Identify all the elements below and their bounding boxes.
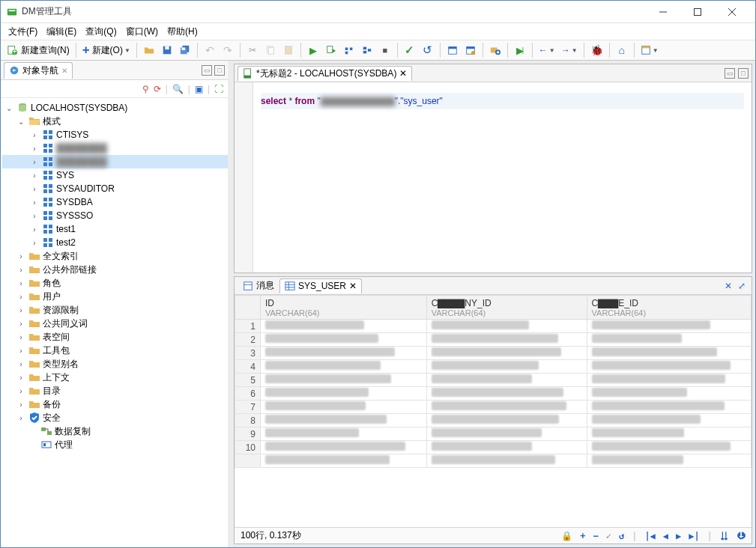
close-button[interactable] xyxy=(715,1,749,23)
menu-window[interactable]: 窗口(W) xyxy=(121,24,163,40)
revert-edit-icon[interactable]: ↺ xyxy=(619,531,624,541)
close-tab-icon[interactable]: ✕ xyxy=(349,281,357,291)
table-row[interactable]: 4 xyxy=(235,360,752,374)
minimize-button[interactable] xyxy=(646,1,680,23)
tree-node-folder[interactable]: ›资源限制 xyxy=(2,303,228,317)
menu-query[interactable]: 查询(Q) xyxy=(81,24,121,40)
object-tree[interactable]: ⌄ LOCALHOST(SYSDBA) ⌄ 模式 ›CTISYS›███████… xyxy=(1,98,228,547)
tree-node-folder[interactable]: ›备份 xyxy=(2,398,228,411)
table-row[interactable]: 9 xyxy=(235,427,752,441)
new-query-button[interactable]: + 新建查询(N) xyxy=(5,42,72,58)
save-button[interactable] xyxy=(159,42,175,58)
result-grid[interactable]: IDVARCHAR(64)C▇▇▇▇NY_IDVARCHAR(64)C▇▇▇E_… xyxy=(235,295,752,527)
tree-node-folder[interactable]: ›全文索引 xyxy=(2,249,228,263)
tree-node-folder[interactable]: ›上下文 xyxy=(2,371,228,384)
tree-node-schema-item[interactable]: ›SYSSSO xyxy=(2,209,228,222)
tree-node-agent[interactable]: 代理 xyxy=(2,438,228,451)
copy-button[interactable] xyxy=(262,42,279,58)
refresh-icon[interactable]: ⟳ xyxy=(154,84,161,94)
next-page-icon[interactable]: ▶ xyxy=(676,531,681,541)
editor-tab[interactable]: *无标题2 - LOCALHOST(SYSDBA) ✕ xyxy=(238,66,412,81)
back-button[interactable]: ←▼ xyxy=(536,42,557,58)
perspective-button[interactable]: ▼ xyxy=(638,42,661,58)
tree-node-folder[interactable]: ›表空间 xyxy=(2,330,228,344)
menu-help[interactable]: 帮助(H) xyxy=(163,24,202,40)
tree-node-schema-item[interactable]: ›████████ xyxy=(2,141,228,155)
tree-node-folder[interactable]: ›用户 xyxy=(2,290,228,303)
tree-node-folder[interactable]: ›目录 xyxy=(2,384,228,398)
prev-page-icon[interactable]: ◀ xyxy=(663,531,668,541)
tree-node-schema-item[interactable]: ›████████ xyxy=(2,155,228,168)
table-row[interactable]: 8 xyxy=(235,414,752,427)
maximize-pane-icon[interactable]: □ xyxy=(738,68,749,79)
run-script-button[interactable] xyxy=(323,42,339,58)
save-all-button[interactable] xyxy=(177,42,193,58)
lock-icon[interactable]: 🔒 xyxy=(561,531,572,541)
column-header[interactable]: C▇▇▇E_IDVARCHAR(64) xyxy=(587,296,751,320)
tree-node-folder[interactable]: ›公共外部链接 xyxy=(2,263,228,276)
expand-all-icon[interactable]: ⛶ xyxy=(214,84,223,94)
new-button[interactable]: + 新建(O) ▼ xyxy=(80,42,133,58)
find-object-button[interactable] xyxy=(487,42,504,58)
link-icon[interactable]: ⚲ xyxy=(142,84,149,94)
tree-node-schema-item[interactable]: ›CTISYS xyxy=(2,128,228,141)
redo-button[interactable]: ↷ xyxy=(220,42,236,58)
explain-button[interactable] xyxy=(359,42,375,58)
fetch-all-icon[interactable]: ⮇ xyxy=(720,531,729,541)
search-icon[interactable]: 🔍 xyxy=(172,84,184,94)
calendar1-button[interactable] xyxy=(444,42,461,58)
table-row[interactable]: 1 xyxy=(235,320,752,333)
result-tab-messages[interactable]: 消息 xyxy=(238,278,279,293)
minimize-pane-icon[interactable]: ▭ xyxy=(725,68,735,79)
tree-node-schema-item[interactable]: ›SYSDBA xyxy=(2,195,228,209)
table-row[interactable]: 6 xyxy=(235,387,752,401)
home-button[interactable]: ⌂ xyxy=(614,42,630,58)
tree-node-folder[interactable]: ›公共同义词 xyxy=(2,317,228,330)
result-tab-data[interactable]: SYS_USER ✕ xyxy=(279,278,362,293)
collapse-all-icon[interactable]: ▣ xyxy=(195,84,203,94)
nav-tab[interactable]: 对象导航 ✕ xyxy=(4,62,73,79)
delete-row-icon[interactable]: − xyxy=(593,531,598,541)
table-row[interactable]: 10 xyxy=(235,441,752,454)
menu-edit[interactable]: 编辑(E) xyxy=(42,24,81,40)
tree-node-folder[interactable]: ›工具包 xyxy=(2,344,228,357)
close-tab-icon[interactable]: ✕ xyxy=(61,67,67,75)
commit-edit-icon[interactable]: ✓ xyxy=(606,531,611,541)
sql-editor[interactable]: select * from "▇▇▇▇▇▇▇▇▇▇▇"."sys_user" xyxy=(235,82,752,273)
tree-node-safety[interactable]: › 安全 xyxy=(2,411,228,424)
add-row-icon[interactable]: + xyxy=(580,531,585,541)
column-header[interactable]: IDVARCHAR(64) xyxy=(261,296,427,320)
table-row[interactable]: 5 xyxy=(235,374,752,387)
commit-button[interactable]: ✓ xyxy=(402,42,418,58)
tree-node-folder[interactable]: ›角色 xyxy=(2,276,228,290)
rollback-button[interactable]: ↺ xyxy=(420,42,436,58)
run-button[interactable]: ▶ xyxy=(305,42,321,58)
table-row[interactable]: 7 xyxy=(235,401,752,414)
paste-button[interactable] xyxy=(280,42,297,58)
tree-node-replication[interactable]: 数据复制 xyxy=(2,424,228,438)
minimize-pane-icon[interactable]: ▭ xyxy=(202,65,212,76)
tree-node-schema-item[interactable]: ›SYSAUDITOR xyxy=(2,182,228,195)
table-row[interactable] xyxy=(235,454,752,468)
tree-node-folder[interactable]: ›类型别名 xyxy=(2,357,228,371)
open-button[interactable] xyxy=(141,42,157,58)
tree-node-connection[interactable]: ⌄ LOCALHOST(SYSDBA) xyxy=(2,101,228,115)
debug-step-button[interactable] xyxy=(341,42,357,58)
column-header[interactable]: C▇▇▇▇NY_IDVARCHAR(64) xyxy=(426,296,587,320)
restore-pane-icon[interactable]: □ xyxy=(214,65,225,76)
undo-button[interactable]: ↶ xyxy=(202,42,218,58)
table-row[interactable]: 3 xyxy=(235,347,752,360)
tree-node-schema[interactable]: ⌄ 模式 xyxy=(2,115,228,128)
table-row[interactable]: 2 xyxy=(235,333,752,347)
menu-file[interactable]: 文件(F) xyxy=(4,24,42,40)
export-button[interactable]: ▶| xyxy=(512,42,528,58)
last-page-icon[interactable]: ▶| xyxy=(689,531,699,541)
close-tab-icon[interactable]: ✕ xyxy=(399,68,407,79)
stop-button[interactable]: ■ xyxy=(377,42,393,58)
tree-node-schema-item[interactable]: ›test2 xyxy=(2,236,228,249)
tree-node-schema-item[interactable]: ›SYS xyxy=(2,168,228,182)
forward-button[interactable]: →▼ xyxy=(559,42,580,58)
debug-bug-button[interactable]: 🐞 xyxy=(588,42,605,58)
export-grid-icon[interactable]: ⮋ xyxy=(737,531,746,541)
calendar2-button[interactable] xyxy=(462,42,479,58)
